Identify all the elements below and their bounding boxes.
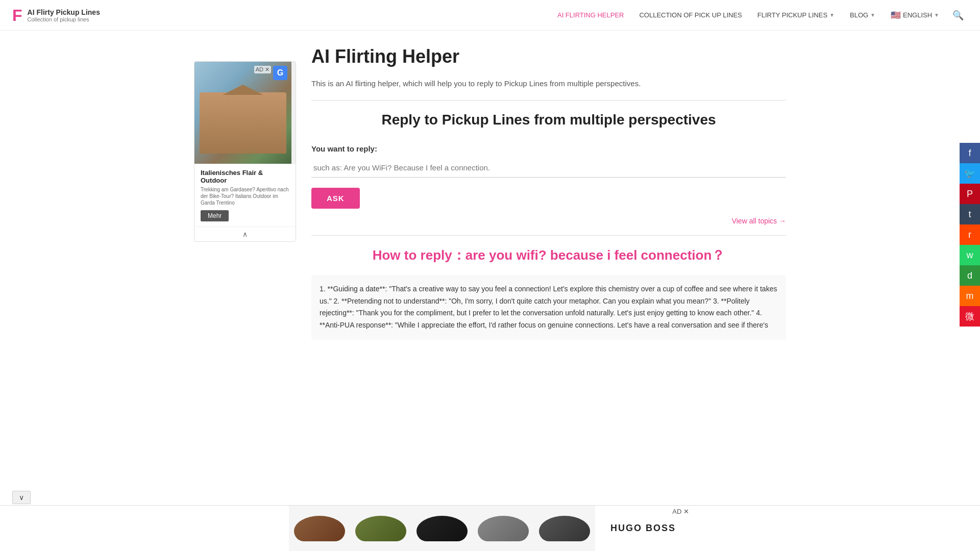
social-tumblr-button[interactable]: t	[960, 204, 980, 224]
main-nav: AI FLIRTING HELPER COLLECTION OF PICK UP…	[551, 6, 968, 25]
social-facebook-button[interactable]: f	[960, 143, 980, 163]
nav-collection[interactable]: COLLECTION OF PICK UP LINES	[633, 7, 748, 23]
social-douban-button[interactable]: d	[960, 265, 980, 286]
page-title: AI Flirting Helper	[311, 46, 786, 67]
section-heading: Reply to Pickup Lines from multiple pers…	[311, 111, 786, 129]
social-pinterest-button[interactable]: P	[960, 184, 980, 204]
logo-area: F AI Flirty Pickup Lines Collection of p…	[12, 7, 100, 23]
divider-1	[311, 100, 786, 101]
site-title-wrap: AI Flirty Pickup Lines Collection of pic…	[28, 8, 100, 22]
result-heading: How to reply：are you wifi? because i fee…	[311, 246, 786, 264]
sidebar-ad: G AD ✕ Italienisches Flair & Outdoor Tre…	[194, 61, 296, 242]
ad-g-badge: G	[273, 66, 287, 80]
ad-collapse-button[interactable]: ∧	[194, 227, 296, 241]
divider-2	[311, 235, 786, 236]
chevron-up-icon: ∧	[242, 230, 248, 238]
nav-flirty-pickup-lines[interactable]: FLIRTY PICKUP LINES ▼	[751, 7, 841, 23]
ad-image: G AD ✕	[194, 62, 291, 164]
social-twitter-button[interactable]: 🐦	[960, 163, 980, 184]
ad-text-area: Italienisches Flair & Outdoor Trekking a…	[194, 164, 296, 227]
social-miaopai-button[interactable]: m	[960, 286, 980, 306]
ad-body: Trekking am Gardasee? Aperitivo nach der…	[201, 186, 289, 206]
sidebar-left: G AD ✕ Italienisches Flair & Outdoor Tre…	[194, 61, 296, 345]
nav-english[interactable]: 🇺🇸 ENGLISH ▼	[885, 6, 945, 24]
ad-headline: Italienisches Flair & Outdoor	[201, 169, 289, 184]
social-weibo-button[interactable]: 微	[960, 306, 980, 327]
ad-close-button[interactable]: AD ✕	[254, 66, 271, 73]
social-reddit-button[interactable]: r	[960, 224, 980, 245]
logo-letter: F	[12, 7, 22, 23]
form-label: You want to reply:	[311, 144, 786, 153]
search-button[interactable]: 🔍	[948, 6, 968, 25]
ad-mehr-button[interactable]: Mehr	[201, 210, 229, 221]
chevron-down-icon: ▼	[829, 12, 835, 18]
ask-button[interactable]: ASK	[311, 188, 360, 209]
nav-ai-flirting-helper[interactable]: AI FLIRTING HELPER	[551, 7, 630, 23]
social-sidebar: f 🐦 P t r w d m 微	[960, 143, 980, 327]
main-content: AI Flirting Helper This is an AI flirtin…	[311, 41, 786, 345]
chevron-down-icon: ▼	[870, 12, 875, 18]
site-title: AI Flirty Pickup Lines	[28, 8, 100, 16]
social-whatsapp-button[interactable]: w	[960, 245, 980, 265]
site-header: F AI Flirty Pickup Lines Collection of p…	[0, 0, 980, 31]
intro-text: This is an AI flirting helper, which wil…	[311, 78, 786, 90]
flag-icon: 🇺🇸	[891, 10, 901, 20]
nav-blog[interactable]: BLOG ▼	[844, 7, 881, 23]
view-all-link[interactable]: View all topics →	[311, 217, 786, 225]
chevron-down-icon: ▼	[934, 12, 939, 18]
result-text: 1. **Guiding a date**: "That's a creativ…	[311, 275, 786, 340]
page-layout: G AD ✕ Italienisches Flair & Outdoor Tre…	[184, 31, 796, 355]
site-subtitle: Collection of pickup lines	[28, 16, 100, 22]
reply-input[interactable]	[311, 158, 786, 178]
ad-building-graphic	[200, 92, 286, 154]
